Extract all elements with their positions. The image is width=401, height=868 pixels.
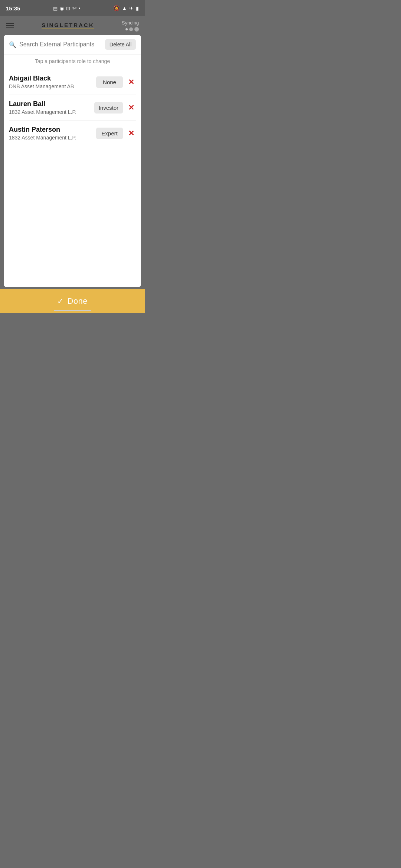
hint-text: Tap a participants role to change [4,55,141,69]
media-icon: ◉ [60,6,64,11]
modal-card: 🔍 Delete All Tap a participants role to … [4,35,141,287]
status-time: 15:35 [6,5,20,11]
battery-icon: ▮ [136,5,139,11]
participant-item: Austin Paterson 1832 Asset Management L.… [9,121,136,146]
delete-all-button[interactable]: Delete All [105,39,136,50]
participant-info: Abigail Black DNB Asset Management AB [9,75,92,89]
sync-dot-2 [129,27,133,31]
delete-participant-2[interactable]: ✕ [127,102,136,113]
syncing-text: Syncing [122,20,139,26]
dot-icon: • [79,6,81,11]
sync-dot-1 [125,28,128,30]
modal-overlay: 🔍 Delete All Tap a participants role to … [0,35,145,313]
mute-icon: 🔕 [113,5,120,11]
syncing-area: Syncing [122,20,139,32]
delete-participant-3[interactable]: ✕ [127,128,136,138]
participant-item: Lauren Ball 1832 Asset Management L.P. I… [9,95,136,121]
airplane-icon: ✈ [129,5,134,11]
search-input[interactable] [19,41,102,48]
app-logo: SINGLETRACK [42,22,94,29]
search-icon: 🔍 [9,41,16,48]
participant-info: Lauren Ball 1832 Asset Management L.P. [9,100,91,115]
participant-company: DNB Asset Management AB [9,83,92,89]
status-right-icons: 🔕 ▲ ✈ ▮ [113,5,139,11]
participants-list: Abigail Black DNB Asset Management AB No… [4,69,141,287]
delete-participant-1[interactable]: ✕ [127,77,136,87]
app-header: SINGLETRACK Syncing [0,16,145,35]
sync-dot-3 [134,27,139,32]
home-indicator [54,310,91,311]
participant-company: 1832 Asset Management L.P. [9,135,92,141]
photo-icon: ⊡ [66,6,70,11]
role-button-2[interactable]: Investor [94,102,123,114]
done-label: Done [67,296,88,306]
participant-company: 1832 Asset Management L.P. [9,109,91,115]
participant-info: Austin Paterson 1832 Asset Management L.… [9,126,92,141]
search-bar: 🔍 Delete All [4,35,141,55]
status-bar: 15:35 ▤ ◉ ⊡ ✄ • 🔕 ▲ ✈ ▮ [0,0,145,16]
wifi-icon: ▲ [122,5,127,11]
done-checkmark-icon: ✓ [57,297,64,306]
syncing-dots [125,27,139,32]
participant-name: Austin Paterson [9,126,92,134]
role-button-3[interactable]: Expert [96,128,123,139]
call-icon: ✄ [72,6,76,11]
participant-item: Abigail Black DNB Asset Management AB No… [9,69,136,95]
role-button-1[interactable]: None [96,76,123,88]
participant-name: Abigail Black [9,75,92,82]
notification-icon: ▤ [53,6,58,11]
menu-button[interactable] [6,23,14,28]
status-left-icons: ▤ ◉ ⊡ ✄ • [53,6,81,11]
participant-name: Lauren Ball [9,100,91,108]
